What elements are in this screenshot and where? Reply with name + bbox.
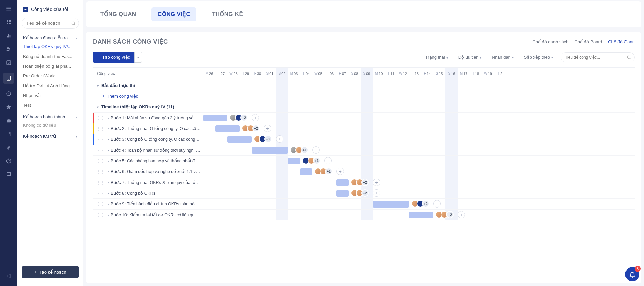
- gantt-bar[interactable]: [288, 158, 300, 164]
- add-assignee-button[interactable]: +: [433, 200, 441, 208]
- gantt-bar[interactable]: [227, 136, 252, 143]
- avatar-more-badge[interactable]: +2: [240, 114, 248, 121]
- team-icon[interactable]: [5, 46, 12, 53]
- filter-priority[interactable]: Độ ưu tiên: [456, 53, 485, 61]
- task-row[interactable]: ⋮⋮▸Bước 9: Tiến hành điều chỉnh OKRs toà…: [93, 198, 203, 209]
- chevron-right-icon[interactable]: ▸: [106, 159, 111, 163]
- user-circle-icon[interactable]: [5, 158, 12, 164]
- avatar-more-badge[interactable]: +1: [313, 157, 320, 164]
- add-task-row[interactable]: +Thêm công việc: [93, 91, 203, 101]
- avatar-more-badge[interactable]: +2: [252, 125, 260, 132]
- view-board[interactable]: Chế độ Board: [574, 39, 602, 44]
- chart-icon[interactable]: [5, 32, 12, 39]
- tab-overview[interactable]: TỔNG QUAN: [94, 7, 142, 21]
- logout-icon[interactable]: [5, 273, 12, 279]
- create-task-dropdown[interactable]: [134, 52, 142, 63]
- chevron-right-icon[interactable]: ▸: [106, 170, 111, 173]
- gantt-bar[interactable]: [300, 168, 312, 175]
- gantt-bar[interactable]: [409, 212, 433, 218]
- avatar-more-badge[interactable]: +2: [361, 189, 369, 197]
- filter-status[interactable]: Trạng thái: [423, 53, 451, 61]
- filter-label[interactable]: Nhãn dán: [489, 53, 516, 61]
- gantt-bar[interactable]: [336, 179, 349, 186]
- tab-jobs[interactable]: CÔNG VIỆC: [151, 7, 196, 21]
- sidebar-section-active[interactable]: Kế hoạch đang diễn ra: [17, 31, 83, 42]
- add-assignee-button[interactable]: +: [264, 125, 271, 132]
- plan-search-input[interactable]: [22, 18, 79, 29]
- sidebar-item-plan-5[interactable]: Nhận vải: [17, 91, 83, 100]
- add-assignee-button[interactable]: +: [252, 114, 259, 121]
- drag-handle-icon[interactable]: ⋮⋮: [94, 169, 106, 174]
- view-gantt[interactable]: Chế độ Gantt: [608, 39, 635, 44]
- briefcase-icon[interactable]: [5, 117, 12, 124]
- drag-handle-icon[interactable]: ⋮⋮: [94, 191, 106, 196]
- checkbox-icon[interactable]: [5, 59, 12, 66]
- sidebar-section-done[interactable]: Kế hoạch hoàn thành: [17, 110, 83, 121]
- drag-handle-icon[interactable]: ⋮⋮: [94, 159, 106, 163]
- add-assignee-button[interactable]: +: [336, 168, 344, 175]
- task-row[interactable]: ⋮⋮▸Bước 4: Toàn bộ nhân sự đồng thời suy…: [93, 145, 203, 155]
- chevron-right-icon[interactable]: ▸: [106, 202, 111, 206]
- gantt-bar[interactable]: [373, 201, 409, 208]
- gear-icon[interactable]: [5, 144, 12, 151]
- create-task-button[interactable]: + Tạo công việc: [93, 52, 135, 63]
- task-row[interactable]: ⋮⋮▸Bước 6: Giám đốc họp và nghe đề xuất …: [93, 166, 203, 177]
- add-assignee-button[interactable]: +: [373, 179, 380, 186]
- create-plan-button[interactable]: + Tạo kế hoạch: [22, 266, 79, 278]
- chevron-right-icon[interactable]: ▸: [106, 181, 111, 184]
- sidebar-item-plan-3[interactable]: Pre Order fWork: [17, 71, 83, 81]
- avatar-more-badge[interactable]: +1: [301, 146, 308, 154]
- menu-icon[interactable]: [5, 5, 12, 12]
- task-row[interactable]: ⋮⋮▸Bước 10: Kiểm tra lại tất cả OKRs có …: [93, 209, 203, 220]
- bookmark-icon[interactable]: [5, 131, 12, 137]
- task-row[interactable]: ⋮⋮▸Bước 8: Công bố OKRs: [93, 188, 203, 198]
- task-row[interactable]: ⋮⋮▸Bước 2: Thống nhất O tổng công ty, O …: [93, 123, 203, 134]
- group-timeline[interactable]: Timeline thiết lập OKRs quý IV (11): [93, 101, 203, 112]
- add-assignee-button[interactable]: +: [458, 211, 465, 218]
- dashboard-icon[interactable]: [5, 19, 12, 26]
- avatar-more-badge[interactable]: +2: [361, 179, 369, 186]
- add-assignee-button[interactable]: +: [312, 146, 320, 154]
- avatar-more-badge[interactable]: +2: [264, 135, 272, 143]
- drag-handle-icon[interactable]: ⋮⋮: [94, 180, 106, 185]
- task-row[interactable]: ⋮⋮▸Bước 7: Thống nhất OKRs & plan quý củ…: [93, 177, 203, 188]
- chevron-right-icon[interactable]: ▸: [106, 191, 111, 195]
- sidebar-item-plan-1[interactable]: Bùng nổ doanh thu Fas...: [17, 52, 83, 61]
- drag-handle-icon[interactable]: ⋮⋮: [94, 213, 106, 217]
- avatar-more-badge[interactable]: +2: [446, 211, 454, 218]
- drag-handle-icon[interactable]: ⋮⋮: [94, 116, 106, 120]
- task-search[interactable]: [561, 52, 635, 62]
- gantt-bar[interactable]: [336, 190, 349, 197]
- avatar-more-badge[interactable]: +1: [325, 168, 332, 175]
- gantt-bar[interactable]: [215, 125, 240, 132]
- sidebar-item-plan-2[interactable]: Hoàn thiện bộ giải phá...: [17, 61, 83, 71]
- chevron-right-icon[interactable]: ▸: [106, 213, 111, 217]
- gantt-timeline[interactable]: M 26T 27W 28T 29F 30S 01S 02M 03T 04W 05…: [203, 68, 635, 277]
- group-start[interactable]: Bắt đầu thực thi: [93, 80, 203, 91]
- sidebar-item-plan-4[interactable]: Hỗ trợ Đại Lý Anh Hùng: [17, 81, 83, 91]
- notification-button[interactable]: 8: [625, 267, 639, 281]
- drag-handle-icon[interactable]: ⋮⋮: [94, 126, 106, 131]
- tab-stats[interactable]: THỐNG KÊ: [206, 7, 249, 21]
- chevron-right-icon[interactable]: ▸: [106, 137, 111, 141]
- star-icon[interactable]: [5, 104, 12, 110]
- drag-handle-icon[interactable]: ⋮⋮: [94, 202, 106, 206]
- task-row[interactable]: ⋮⋮▸Bước 5: Các phòng ban họp và thống nh…: [93, 155, 203, 166]
- sidebar-item-plan-6[interactable]: Test: [17, 100, 83, 110]
- filter-sort[interactable]: Sắp xếp theo: [521, 53, 556, 61]
- task-search-input[interactable]: [561, 52, 635, 62]
- sidebar-section-archived[interactable]: Kế hoạch lưu trữ: [17, 130, 83, 140]
- chevron-right-icon[interactable]: ▸: [106, 116, 111, 120]
- chat-icon[interactable]: [5, 171, 12, 178]
- add-assignee-button[interactable]: +: [276, 135, 283, 143]
- drag-handle-icon[interactable]: ⋮⋮: [94, 148, 106, 153]
- gauge-icon[interactable]: [5, 90, 12, 97]
- chevron-right-icon[interactable]: ▸: [106, 148, 111, 152]
- document-icon[interactable]: [3, 73, 14, 84]
- add-assignee-button[interactable]: +: [324, 157, 332, 164]
- view-list[interactable]: Chế độ danh sách: [532, 39, 568, 44]
- sidebar-item-plan-0[interactable]: Thiết lập OKRs quý IV/...: [17, 42, 83, 52]
- drag-handle-icon[interactable]: ⋮⋮: [94, 137, 106, 142]
- chevron-right-icon[interactable]: ▸: [106, 127, 111, 130]
- task-row[interactable]: ⋮⋮▸Bước 1: Môi nhân sự đóng góp 3 ý tưởn…: [93, 112, 203, 123]
